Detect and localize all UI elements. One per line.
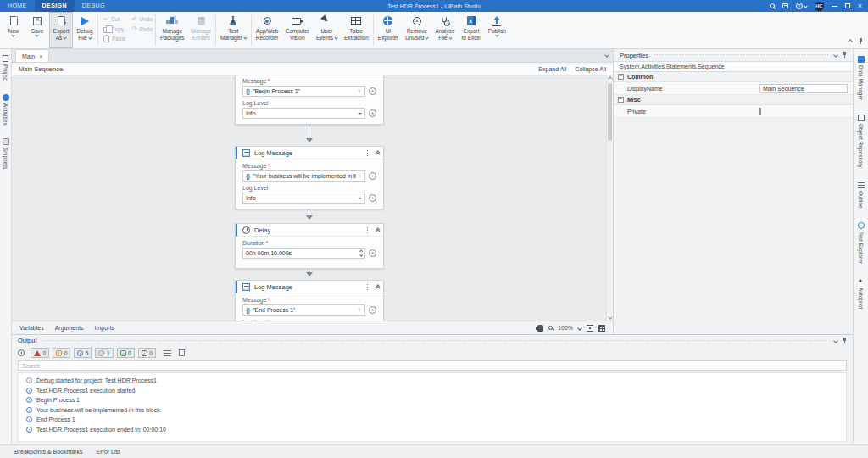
copy-button[interactable]: Copy [103, 25, 126, 33]
private-checkbox[interactable] [760, 108, 761, 115]
tab-data-manager[interactable]: Data Manager [858, 56, 865, 100]
output-log-list[interactable]: iDebug started for project: Test.HDR.Pro… [18, 372, 847, 442]
duration-spinner-input[interactable]: 00h 00m 10.000s [242, 248, 365, 259]
computer-vision-button[interactable]: ComputerVision [281, 12, 313, 48]
arguments-tab[interactable]: Arguments [55, 325, 84, 331]
plus-config-icon[interactable]: + [369, 109, 376, 117]
activity-header[interactable]: Delay [236, 224, 383, 237]
filter-errors[interactable]: 0 [31, 348, 49, 358]
timestamps-toggle-icon[interactable] [18, 349, 25, 356]
log-row[interactable]: iDebug started for project: Test.HDR.Pro… [19, 376, 846, 386]
scrollbar-thumb[interactable] [608, 83, 612, 141]
expand-all-button[interactable]: Expand All [538, 66, 566, 72]
manage-packages-button[interactable]: ManagePackages [157, 12, 188, 48]
loglevel-dropdown[interactable]: Info [242, 108, 365, 119]
filter-failed[interactable]: ✓0 [138, 348, 156, 358]
log-row[interactable]: iBegin Process 1 [19, 395, 846, 405]
log-row[interactable]: iTest.HDR.Process1 execution started [19, 386, 846, 396]
filter-trace[interactable]: i1 [95, 348, 113, 358]
fit-to-screen-icon[interactable] [587, 325, 593, 332]
pin-icon[interactable] [859, 38, 863, 45]
menu-tab-debug[interactable]: DEBUG [75, 0, 113, 12]
pan-hand-icon[interactable] [537, 325, 543, 332]
minimize-button[interactable] [832, 6, 837, 7]
scroll-down-icon[interactable] [608, 315, 613, 320]
collapse-group-icon[interactable]: − [618, 97, 624, 103]
overview-icon[interactable] [598, 325, 605, 332]
chevron-down-icon[interactable] [833, 338, 838, 344]
kebab-menu-icon[interactable] [366, 149, 369, 157]
activity-log-message-3[interactable]: Log Message Message* {} "End Process 1" … [235, 280, 384, 321]
filter-passed[interactable]: ✓0 [117, 348, 135, 358]
activity-delay[interactable]: Delay Duration* 00h 00m 10.000s + [235, 223, 384, 269]
collapse-activity-icon[interactable] [376, 285, 380, 288]
cut-button[interactable]: Cut [103, 15, 126, 23]
kebab-menu-icon[interactable] [366, 283, 369, 291]
sidebar-tab-project[interactable]: Project [3, 55, 8, 81]
close-button[interactable]: × [858, 3, 862, 10]
debug-file-button[interactable]: DebugFile [73, 12, 97, 48]
workflow-canvas[interactable]: Message* {} "Begin Process 1" ⌐ + Log Le… [12, 75, 606, 321]
kebab-menu-icon[interactable] [366, 226, 369, 234]
log-row[interactable]: iTest.HDR.Process1 execution ended in: 0… [19, 425, 846, 435]
variables-tab[interactable]: Variables [19, 325, 44, 331]
sidebar-tab-snippets[interactable]: Snippets [3, 138, 9, 169]
chevron-down-icon[interactable] [604, 53, 609, 58]
breakpoints-bookmarks-tab[interactable]: Breakpoints & Bookmarks [14, 449, 83, 455]
zoom-search-icon[interactable] [548, 326, 553, 330]
displayname-input[interactable]: Main Sequence [760, 84, 848, 93]
table-extraction-button[interactable]: TableExtraction [341, 12, 372, 48]
plus-config-icon[interactable]: + [369, 87, 376, 95]
publish-button[interactable]: Publish [485, 12, 509, 48]
activity-log-message-2[interactable]: Log Message Message* {} "Your business w… [235, 146, 384, 209]
loglevel-dropdown[interactable]: Info [242, 193, 365, 204]
collapse-ribbon-icon[interactable] [848, 39, 853, 44]
activity-header[interactable]: Log Message [236, 147, 383, 159]
sidebar-tab-activities[interactable]: Activities [3, 94, 9, 126]
error-list-tab[interactable]: Error List [97, 449, 120, 455]
maximize-button[interactable] [845, 3, 850, 8]
group-misc[interactable]: − Misc [614, 95, 853, 105]
spinner-arrows-icon[interactable] [360, 250, 363, 256]
new-button[interactable]: New [2, 12, 25, 48]
remove-unused-button[interactable]: RemoveUnused [402, 12, 431, 48]
export-as-button[interactable]: ExportAs [49, 12, 73, 48]
plus-config-icon[interactable]: + [369, 249, 376, 257]
log-row[interactable]: iEnd Process 1 [19, 415, 846, 425]
tab-object-repository[interactable]: Object Repository [858, 114, 865, 168]
app-web-recorder-button[interactable]: App/WebRecorder [253, 12, 282, 48]
collapse-all-button[interactable]: Collapse All [575, 66, 606, 72]
search-icon[interactable] [770, 3, 775, 8]
filter-warnings[interactable]: !0 [53, 348, 70, 358]
log-row[interactable]: iYour business will be implemented in th… [19, 405, 846, 416]
menu-tab-design[interactable]: DESIGN [35, 0, 75, 12]
filter-info[interactable]: i5 [74, 348, 92, 358]
activity-log-message-1[interactable]: Message* {} "Begin Process 1" ⌐ + Log Le… [235, 75, 384, 125]
message-expression-input[interactable]: {} "End Process 1" ⌐ [242, 304, 365, 316]
group-common[interactable]: − Common [614, 72, 853, 82]
analyze-file-button[interactable]: AnalyzeFile [431, 12, 458, 48]
clear-output-icon[interactable] [179, 349, 185, 356]
activity-header[interactable]: Log Message [236, 281, 383, 293]
save-button[interactable]: Save [25, 12, 49, 48]
menu-tab-home[interactable]: HOME [0, 0, 35, 12]
tab-test-explorer[interactable]: Test Explorer [858, 222, 865, 264]
zoom-level[interactable]: 100% [558, 325, 573, 331]
plus-config-icon[interactable]: + [369, 172, 376, 180]
feedback-icon[interactable] [782, 3, 788, 8]
user-events-button[interactable]: UserEvents [313, 12, 341, 48]
collapse-group-icon[interactable]: − [618, 74, 624, 80]
tab-outline[interactable]: Outline [858, 182, 865, 209]
paste-button[interactable]: Paste [103, 35, 126, 42]
undo-button[interactable]: Undo [132, 15, 153, 23]
plus-config-icon[interactable]: + [369, 194, 376, 202]
chevron-down-icon[interactable] [833, 53, 838, 58]
avatar[interactable]: HC [815, 2, 824, 11]
close-tab-icon[interactable]: × [39, 53, 42, 59]
collapse-activity-icon[interactable] [376, 228, 380, 232]
expand-editor-icon[interactable]: ⌐ [358, 309, 364, 312]
help-menu[interactable]: ? [796, 3, 807, 9]
expand-editor-icon[interactable]: ⌐ [358, 90, 364, 93]
breadcrumb[interactable]: Main Sequence [19, 65, 63, 73]
view-options-icon[interactable] [164, 350, 171, 356]
